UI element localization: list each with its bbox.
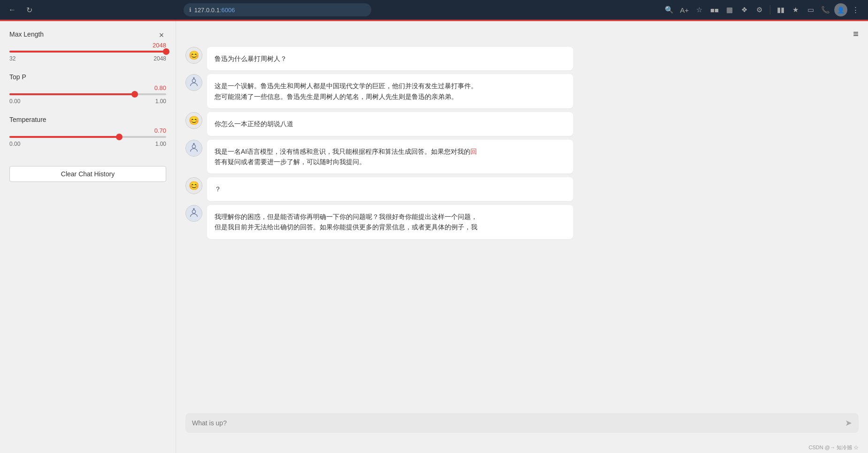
max-length-track — [9, 51, 166, 53]
message-bubble: 这是一个误解。鲁迅先生和周树人都是中国现代文学的巨匠，他们并没有发生过暴打事件。… — [207, 74, 573, 108]
svg-point-3 — [192, 144, 195, 148]
svg-point-8 — [193, 208, 194, 209]
svg-point-6 — [192, 210, 195, 213]
assistant-avatar — [185, 140, 202, 157]
message-text: 你怎么一本正经的胡说八道 — [215, 120, 293, 128]
info-icon: ℹ — [189, 7, 192, 13]
clear-chat-history-button[interactable]: Clear Chat History — [9, 166, 166, 182]
cast-icon[interactable]: ▭ — [804, 3, 817, 16]
temperature-range: 0.00 1.00 — [9, 141, 166, 147]
max-length-range: 32 2048 — [9, 55, 166, 62]
max-length-value: 2048 — [9, 42, 166, 49]
reload-button[interactable]: ↻ — [23, 3, 36, 16]
message-bubble: 你怎么一本正经的胡说八道 — [207, 112, 573, 136]
message-bubble: 我是一名AI语言模型，没有情感和意识，我只能根据程序和算法生成回答。如果您对我的… — [207, 140, 573, 174]
message-bubble: 我理解你的困惑，但是能否请你再明确一下你的问题呢？我很好奇你能提出这样一个问题，… — [207, 205, 573, 239]
back-button[interactable]: ← — [6, 3, 19, 16]
zoom-icon[interactable]: 🔍 — [663, 3, 676, 16]
divider — [770, 5, 770, 15]
temperature-group: Temperature 0.70 0.00 1.00 — [9, 116, 166, 147]
qr-icon[interactable]: ▦ — [723, 3, 736, 16]
main-layout: × Max Length 2048 32 2048 Top P 0.80 0.0 — [0, 21, 868, 453]
chat-menu-button[interactable]: ≡ — [853, 29, 859, 39]
sidebar: × Max Length 2048 32 2048 Top P 0.80 0.0 — [0, 21, 176, 453]
message-text: 我是一名AI语言模型，没有情感和意识，我只能根据程序和算法生成回答。如果您对我的… — [215, 148, 477, 166]
chat-area: ≡ 😊 鲁迅为什么暴打周树人？ — [176, 21, 868, 453]
send-button[interactable]: ➤ — [845, 418, 852, 428]
temperature-thumb[interactable] — [116, 134, 123, 140]
message-row: 😊 ？ — [185, 177, 859, 201]
phone-icon[interactable]: 📞 — [819, 3, 832, 16]
top-p-track — [9, 93, 166, 95]
temperature-value: 0.70 — [9, 127, 166, 134]
top-p-group: Top P 0.80 0.00 1.00 — [9, 73, 166, 105]
max-length-thumb[interactable] — [163, 48, 169, 55]
user-avatar: 😊 — [185, 47, 202, 64]
grid-icon[interactable]: ❖ — [738, 3, 751, 16]
svg-point-0 — [192, 79, 195, 83]
message-bubble: ？ — [207, 177, 573, 201]
svg-point-5 — [193, 143, 194, 144]
assistant-avatar — [185, 74, 202, 91]
max-length-group: Max Length 2048 32 2048 — [9, 30, 166, 62]
url-text: 127.0.0.1:6006 — [194, 7, 235, 14]
user-avatar: 😊 — [185, 177, 202, 194]
message-text: 鲁迅为什么暴打周树人？ — [215, 55, 287, 62]
temperature-label: Temperature — [9, 116, 166, 123]
chat-header: ≡ — [176, 21, 868, 47]
message-text: 我理解你的困惑，但是能否请你再明确一下你的问题呢？我很好奇你能提出这样一个问题，… — [215, 213, 477, 231]
message-text: ？ — [215, 185, 221, 193]
temperature-fill — [9, 136, 119, 138]
top-p-label: Top P — [9, 73, 166, 81]
message-row: 我是一名AI语言模型，没有情感和意识，我只能根据程序和算法生成回答。如果您对我的… — [185, 140, 859, 174]
chat-input-wrapper: ➤ — [185, 413, 859, 433]
profile-avatar[interactable]: 👤 — [834, 3, 847, 16]
bookmark-icon[interactable]: ★ — [789, 3, 802, 16]
message-row: 这是一个误解。鲁迅先生和周树人都是中国现代文学的巨匠，他们并没有发生过暴打事件。… — [185, 74, 859, 108]
message-row: 我理解你的困惑，但是能否请你再明确一下你的问题呢？我很好奇你能提出这样一个问题，… — [185, 205, 859, 239]
temperature-track — [9, 136, 166, 138]
assistant-avatar — [185, 205, 202, 222]
star-icon[interactable]: ☆ — [693, 3, 706, 16]
chat-input[interactable] — [192, 419, 841, 427]
sidebar-close-button[interactable]: × — [155, 29, 168, 42]
top-p-fill — [9, 93, 135, 95]
top-p-value: 0.80 — [9, 84, 166, 91]
browser-actions: 🔍 A+ ☆ ■■ ▦ ❖ ⚙ ▮▮ ★ ▭ 📞 👤 ⋮ — [663, 3, 862, 16]
top-p-range: 0.00 1.00 — [9, 98, 166, 105]
footer-text: CSDN @→ 知冷撼 ☆ — [808, 445, 859, 450]
browser-chrome: ← ↻ ℹ 127.0.0.1:6006 🔍 A+ ☆ ■■ ▦ ❖ ⚙ ▮▮ … — [0, 0, 868, 20]
message-row: 😊 鲁迅为什么暴打周树人？ — [185, 47, 859, 70]
max-length-label: Max Length — [9, 30, 166, 38]
top-p-thumb[interactable] — [131, 91, 138, 98]
svg-point-2 — [193, 78, 194, 79]
more-menu-icon[interactable]: ⋮ — [849, 3, 862, 16]
message-bubble: 鲁迅为什么暴打周树人？ — [207, 47, 573, 70]
message-text: 这是一个误解。鲁迅先生和周树人都是中国现代文学的巨匠，他们并没有发生过暴打事件。… — [215, 82, 477, 100]
chat-input-area: ➤ — [176, 408, 868, 442]
address-bar: ℹ 127.0.0.1:6006 — [184, 3, 371, 16]
message-row: 😊 你怎么一本正经的胡说八道 — [185, 112, 859, 136]
chat-messages: 😊 鲁迅为什么暴打周树人？ 这是一个误解。鲁迅先生和周树人都是中国现代文学的 — [176, 47, 868, 408]
font-icon[interactable]: A+ — [678, 3, 691, 16]
footer-bar: CSDN @→ 知冷撼 ☆ — [176, 442, 868, 453]
max-length-fill — [9, 51, 166, 53]
split-icon[interactable]: ▮▮ — [774, 3, 787, 16]
user-avatar: 😊 — [185, 112, 202, 129]
extension-icon1[interactable]: ■■ — [708, 3, 721, 16]
settings-icon[interactable]: ⚙ — [753, 3, 766, 16]
